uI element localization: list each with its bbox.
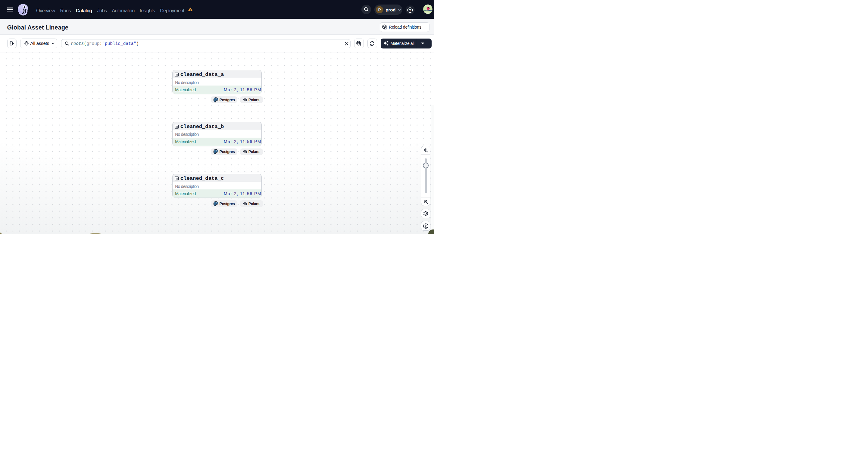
svg-text:?: ? [409, 8, 411, 12]
